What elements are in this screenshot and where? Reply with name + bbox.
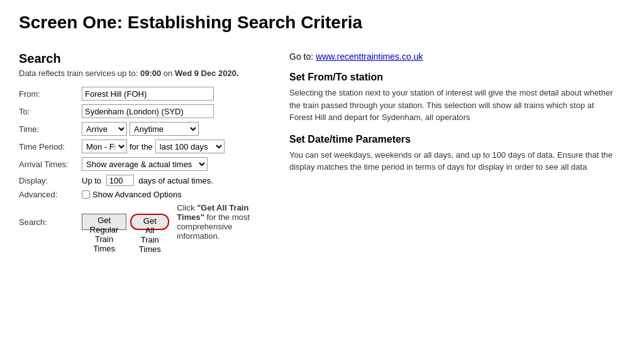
goto-line: Go to: www.recenttraintimes.co.uk	[289, 52, 616, 62]
from-label: From:	[19, 89, 82, 99]
arrival-times-label: Arrival Times:	[19, 160, 82, 169]
get-regular-train-times-button[interactable]: Get Regular Train Times	[82, 214, 126, 230]
set-date-time-text: You can set weekdays, weekends or all da…	[289, 149, 616, 173]
advanced-checkbox-label[interactable]: Show Advanced Options	[82, 190, 182, 199]
advanced-label: Advanced:	[19, 190, 82, 199]
data-reflects-text: Data reflects train services up to: 09:0…	[19, 69, 264, 78]
from-row: From:	[19, 87, 264, 101]
for-text: for the	[130, 142, 153, 151]
mon-fri-select[interactable]: Mon - Fri	[82, 140, 127, 153]
search-row: Search: Get Regular Train Times Get All …	[19, 203, 264, 241]
to-input[interactable]	[82, 104, 214, 118]
advanced-row: Advanced: Show Advanced Options	[19, 190, 264, 199]
display-text: Up to days of actual times.	[82, 175, 213, 186]
to-row: To:	[19, 104, 264, 118]
display-row: Display: Up to days of actual times.	[19, 175, 264, 186]
display-label: Display:	[19, 176, 82, 185]
page-title: Screen One: Establishing Search Criteria	[19, 13, 625, 33]
to-label: To:	[19, 107, 82, 116]
time-label: Time:	[19, 124, 82, 134]
time-period-row: Time Period: Mon - Fri for the last 100 …	[19, 140, 264, 153]
arrive-select[interactable]: Arrive	[82, 122, 127, 136]
get-all-train-times-button[interactable]: Get All Train Times	[130, 214, 169, 230]
goto-link[interactable]: www.recenttraintimes.co.uk	[316, 52, 423, 62]
set-from-to-heading: Set From/To station	[289, 72, 616, 83]
advanced-checkbox[interactable]	[82, 190, 90, 199]
search-panel: Search Data reflects train services up t…	[19, 52, 264, 241]
from-input[interactable]	[82, 87, 214, 101]
display-days-input[interactable]	[106, 175, 134, 186]
set-from-to-text: Selecting the station next to your stati…	[289, 87, 616, 124]
search-label: Search:	[19, 217, 82, 227]
anytime-select[interactable]: Anytime	[130, 122, 199, 136]
click-instruction: Click "Get All Train Times" for the most…	[177, 203, 264, 241]
time-row: Time: Arrive Anytime	[19, 122, 264, 136]
set-date-time-heading: Set Date/time Parameters	[289, 134, 616, 145]
search-heading: Search	[19, 52, 264, 66]
last-days-select[interactable]: last 100 days	[155, 140, 225, 153]
arrival-times-row: Arrival Times: Show average & actual tim…	[19, 157, 264, 171]
right-panel: Go to: www.recenttraintimes.co.uk Set Fr…	[289, 52, 616, 184]
arrival-times-select[interactable]: Show average & actual times	[82, 157, 208, 171]
time-period-label: Time Period:	[19, 142, 82, 151]
